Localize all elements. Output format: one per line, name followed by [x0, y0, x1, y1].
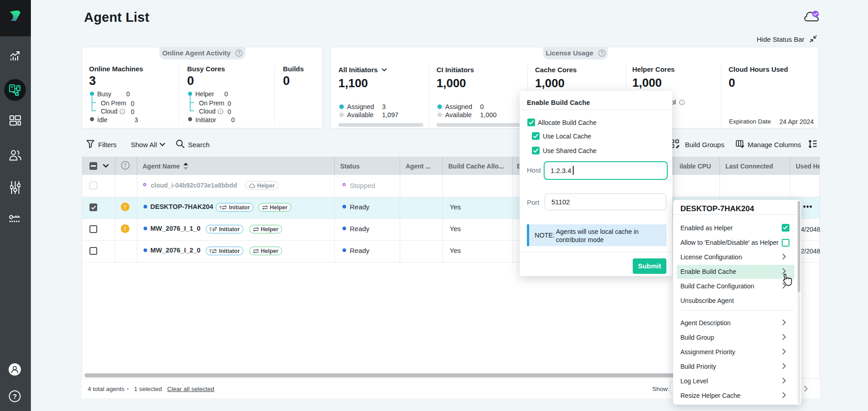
svg-text:i: i: [220, 109, 221, 114]
svg-text:i: i: [122, 109, 123, 114]
svg-text:?: ?: [238, 51, 240, 56]
svg-text:?: ?: [13, 392, 17, 400]
svg-text:?: ?: [600, 51, 603, 56]
svg-text:i: i: [682, 100, 683, 105]
svg-text:!: !: [124, 162, 126, 168]
